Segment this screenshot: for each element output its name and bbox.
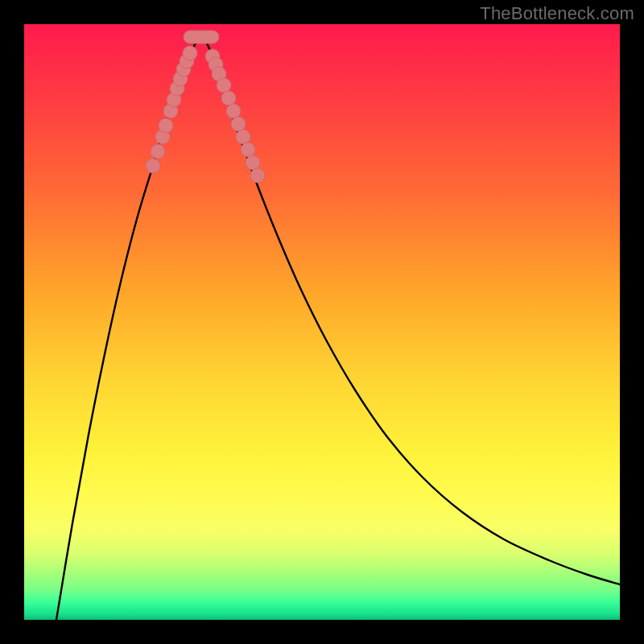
watermark-text: TheBottleneck.com xyxy=(480,3,634,24)
dots-left xyxy=(146,46,197,173)
dots-right xyxy=(205,49,265,183)
data-dot xyxy=(151,144,165,159)
data-dot xyxy=(146,159,160,173)
data-dot xyxy=(231,117,246,131)
data-dot xyxy=(250,168,265,183)
data-dot xyxy=(183,46,197,60)
data-dot xyxy=(246,155,260,170)
data-dot xyxy=(221,91,236,105)
chart-svg xyxy=(24,24,620,620)
data-dot xyxy=(241,142,255,157)
bottom-lobe-shape xyxy=(184,31,219,43)
data-dot xyxy=(236,130,250,144)
bottom-lobe xyxy=(184,31,219,43)
data-dot xyxy=(159,118,173,133)
chart-frame xyxy=(24,24,620,620)
v-curve xyxy=(56,37,620,620)
v-curve-group xyxy=(56,37,620,620)
data-dot xyxy=(217,78,231,93)
data-dot xyxy=(226,104,241,118)
